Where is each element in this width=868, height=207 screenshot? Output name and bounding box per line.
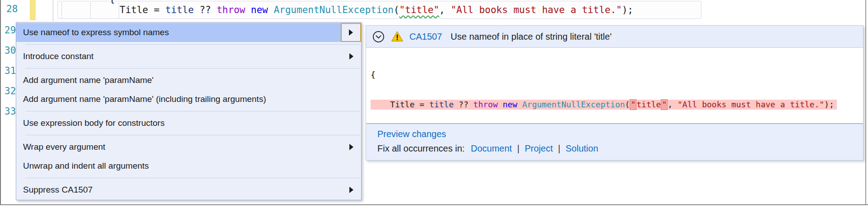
menu-item-label: Use nameof to express symbol names bbox=[23, 28, 169, 37]
menu-separator bbox=[25, 178, 360, 178]
line-number: 30 bbox=[5, 45, 16, 56]
line-number: 32 bbox=[5, 86, 16, 97]
indent-guide bbox=[119, 3, 119, 18]
vs-editor-window: 28 { Title = title ?? throw new Argument… bbox=[0, 0, 868, 207]
diff-preview-code: { Title = title ?? throw new ArgumentNul… bbox=[366, 47, 863, 123]
submenu-arrow-icon bbox=[349, 187, 353, 193]
menu-item-label: Suppress CA1507 bbox=[23, 185, 93, 195]
submenu-arrow-icon bbox=[349, 29, 353, 36]
window-border bbox=[0, 0, 1, 205]
warning-icon bbox=[391, 31, 404, 42]
fix-all-label: Fix all occurrences in: bbox=[377, 143, 464, 153]
menu-separator bbox=[25, 44, 360, 45]
menu-separator bbox=[25, 135, 360, 135]
line-number: 28 bbox=[6, 4, 18, 14]
menu-separator bbox=[25, 68, 360, 69]
submenu-arrow-icon bbox=[349, 53, 353, 60]
gutter-divider bbox=[53, 0, 53, 22]
preview-footer: Preview changes Fix all occurrences in: … bbox=[366, 123, 863, 160]
collapse-chevron-icon[interactable] bbox=[372, 30, 385, 43]
fix-scope-document-link[interactable]: Document bbox=[471, 143, 512, 153]
indent-guide bbox=[90, 3, 91, 18]
change-tracking-bar bbox=[30, 0, 36, 20]
previous-line-brace: { bbox=[109, 0, 115, 4]
rule-id-link[interactable]: CA1507 bbox=[409, 32, 442, 42]
menu-item-add-argument-name-trailing[interactable]: Add argument name 'paramName' (including… bbox=[16, 90, 361, 109]
menu-item-label: Wrap every argument bbox=[23, 142, 105, 152]
menu-item-label: Use expression body for constructors bbox=[23, 118, 165, 128]
menu-item-introduce-constant[interactable]: Introduce constant bbox=[16, 47, 361, 66]
editor-line-strip: 28 { Title = title ?? throw new Argument… bbox=[0, 0, 868, 22]
scope-separator: | bbox=[517, 143, 520, 153]
fix-scope-project-link[interactable]: Project bbox=[525, 143, 552, 153]
indent-guide bbox=[61, 3, 62, 18]
code-line[interactable]: Title = title ?? throw new ArgumentNullE… bbox=[120, 4, 633, 17]
menu-separator bbox=[25, 111, 360, 111]
window-border bbox=[865, 0, 866, 205]
menu-item-use-nameof[interactable]: Use nameof to express symbol names bbox=[16, 23, 361, 42]
diff-context-line: { bbox=[366, 70, 863, 80]
menu-item-wrap-every-argument[interactable]: Wrap every argument bbox=[16, 138, 361, 156]
diff-removed-line: Title = title ?? throw new ArgumentNullE… bbox=[366, 100, 863, 110]
line-number: 33 bbox=[5, 106, 16, 117]
submenu-expander-button[interactable] bbox=[341, 23, 361, 42]
window-border bbox=[0, 204, 868, 205]
preview-changes-link[interactable]: Preview changes bbox=[377, 129, 446, 139]
menu-item-suppress-ca1507[interactable]: Suppress CA1507 bbox=[16, 180, 361, 199]
menu-item-label: Introduce constant bbox=[23, 51, 93, 61]
menu-item-label: Add argument name 'paramName' bbox=[23, 75, 153, 85]
fix-scope-solution-link[interactable]: Solution bbox=[566, 143, 598, 153]
quick-actions-menu: Use nameof to express symbol names Intro… bbox=[16, 22, 362, 200]
menu-item-label: Unwrap and indent all arguments bbox=[23, 161, 149, 171]
preview-header: CA1507 Use nameof in place of string lit… bbox=[366, 26, 863, 47]
menu-item-label: Add argument name 'paramName' (including… bbox=[23, 94, 266, 104]
scope-separator: | bbox=[558, 143, 560, 153]
menu-item-add-argument-name[interactable]: Add argument name 'paramName' bbox=[16, 71, 361, 90]
menu-item-unwrap-indent-arguments[interactable]: Unwrap and indent all arguments bbox=[16, 156, 361, 175]
preview-title: Use nameof in place of string literal 't… bbox=[450, 32, 612, 42]
line-number: 29 bbox=[5, 25, 16, 36]
analyzer-preview-popup: CA1507 Use nameof in place of string lit… bbox=[366, 25, 863, 161]
menu-item-expression-body[interactable]: Use expression body for constructors bbox=[16, 114, 361, 133]
submenu-arrow-icon bbox=[349, 144, 353, 150]
line-number: 31 bbox=[5, 65, 16, 76]
